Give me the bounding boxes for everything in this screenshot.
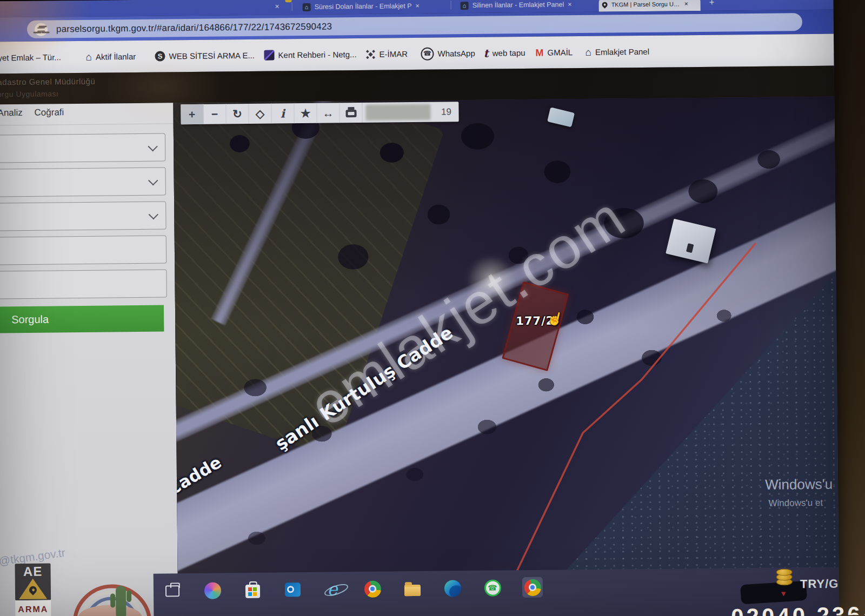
- chrome-button[interactable]: [362, 579, 383, 599]
- home-icon: ⌂: [585, 47, 591, 57]
- zoom-in-button[interactable]: +: [181, 104, 203, 124]
- chrome-icon: [524, 579, 541, 595]
- close-tab-icon[interactable]: ×: [415, 2, 419, 10]
- home-icon: ⌂: [85, 52, 92, 62]
- agency-monogram: AE: [15, 564, 51, 580]
- gold-coins-icon: [776, 568, 793, 588]
- copilot-icon: [204, 582, 221, 599]
- windows-activation-line1: Windows'u: [765, 476, 833, 493]
- edge-button[interactable]: [442, 578, 463, 598]
- outlook-button[interactable]: [282, 579, 303, 600]
- refresh-button[interactable]: ↻: [226, 104, 249, 124]
- monitor-screen: × ⌂ Süresi Dolan İlanlar - Emlakjet P × …: [0, 0, 839, 616]
- address-bar[interactable]: parselsorgu.tkgm.gov.tr/#ara/idari/16486…: [27, 13, 802, 38]
- pan-button[interactable]: ◇: [249, 104, 271, 124]
- compass-star-icon: [365, 49, 375, 59]
- tab-title: Süresi Dolan İlanlar - Emlakjet P: [315, 2, 412, 11]
- bookmark-label: Kent Rehberi - Netg...: [278, 50, 356, 59]
- photo-phone-digits: 02040 2364: [731, 602, 865, 616]
- tab-divider: [451, 1, 451, 9]
- tab-suresi-dolan[interactable]: ⌂ Süresi Dolan İlanlar - Emlakjet P ×: [299, 0, 453, 15]
- emlakjet-home-favicon: ⌂: [461, 2, 469, 10]
- print-button[interactable]: [340, 103, 362, 123]
- tab-cografi[interactable]: Coğrafi: [34, 107, 64, 118]
- bookmark-whatsapp[interactable]: ☎ WhatsApp: [421, 37, 475, 70]
- new-tab-button[interactable]: +: [706, 0, 717, 9]
- print-icon: [345, 110, 356, 117]
- tab-silinen-ilanlar[interactable]: ⌂ Silinen İlanlar - Emlakjet Panel ×: [457, 0, 600, 13]
- edge-icon: [444, 580, 461, 597]
- neighborhood-select[interactable]: [0, 201, 167, 231]
- province-select[interactable]: [0, 133, 165, 163]
- agency-name: ARMA: [15, 600, 51, 616]
- bookmark-e-imar[interactable]: E-İMAR: [365, 38, 408, 70]
- taskbar-icons: e ☎: [162, 577, 543, 601]
- query-sidebar: Analiz Coğrafi Sorgula @tkgm.gov.tr AE A…: [0, 103, 178, 616]
- whatsapp-icon: ☎: [484, 579, 501, 596]
- tab-analiz[interactable]: Analiz: [0, 108, 23, 118]
- agency-logo-mark: AE: [15, 564, 51, 601]
- chrome-active-button[interactable]: [522, 577, 543, 598]
- bookmark-web-sitesi-arma[interactable]: S WEB SİTESİ ARMA E...: [155, 39, 255, 72]
- phone-icon: ☎: [421, 47, 434, 60]
- bookmark-aktif-ilanlar[interactable]: ⌂ Aktif İlanlar: [85, 41, 136, 73]
- bookmark-kent-rehberi[interactable]: Kent Rehberi - Netg...: [264, 38, 357, 71]
- bookmark-label: WEB SİTESİ ARMA E...: [169, 51, 255, 61]
- tkgm-header-line2: Sorgu Uygulaması: [0, 89, 58, 98]
- windows-activation-line2: Windows'u et: [768, 498, 823, 509]
- parcel-input[interactable]: [0, 269, 167, 299]
- agency-logo: AE ARMA: [15, 564, 51, 616]
- bookmark-emlakjet-panel[interactable]: ⌂ Emlakjet Panel: [585, 36, 649, 68]
- site-settings-icon[interactable]: [35, 23, 48, 36]
- gmail-m-icon: M: [535, 48, 543, 57]
- file-explorer-icon: [404, 584, 421, 595]
- redacted-scale-box: [365, 104, 430, 120]
- bookmark-label: web tapu: [493, 48, 525, 58]
- tab-tkgm-active[interactable]: TKGM | Parsel Sorgu Uygulaması ×: [598, 0, 700, 12]
- chevron-down-icon: [148, 142, 157, 151]
- chrome-icon: [364, 580, 381, 597]
- bookmark-gmail[interactable]: M GMAİL: [535, 36, 573, 69]
- kent-rehberi-icon: [264, 50, 274, 60]
- block-input[interactable]: [0, 235, 167, 265]
- down-arrow-icon: ▼: [780, 589, 787, 598]
- whatsapp-button[interactable]: ☎: [482, 577, 503, 598]
- copilot-button[interactable]: [202, 580, 223, 600]
- currency-ticker[interactable]: TRY/GBP: [800, 577, 840, 591]
- favorites-button[interactable]: ★: [294, 103, 317, 123]
- close-tab-icon[interactable]: ×: [272, 1, 282, 11]
- divider: [0, 123, 174, 125]
- tab-title: Silinen İlanlar - Emlakjet Panel: [473, 1, 564, 9]
- microsoft-store-button[interactable]: [242, 580, 263, 600]
- chevron-down-icon: [148, 176, 158, 185]
- zoom-level-badge: 19: [434, 102, 458, 122]
- bookmark-label: E-İMAR: [379, 49, 408, 59]
- bookmark-web-tapu[interactable]: t web tapu: [483, 37, 525, 69]
- bookmark-label: GMAİL: [547, 48, 573, 57]
- webtapu-icon: t: [483, 48, 488, 58]
- chevron-down-icon: [149, 210, 158, 219]
- bookmark-hurriyet-emlak[interactable]: miyet Emlak – Tür...: [0, 41, 61, 73]
- redacted-tray-object: [740, 581, 807, 604]
- task-view-button[interactable]: [162, 580, 183, 601]
- district-select[interactable]: [0, 167, 166, 197]
- tab-divider: [292, 2, 292, 11]
- close-tab-icon[interactable]: ×: [684, 0, 688, 8]
- task-view-icon: [165, 585, 179, 597]
- close-tab-icon[interactable]: ×: [568, 1, 571, 8]
- globe-icon: S: [155, 51, 165, 61]
- map-pin-favicon: [601, 1, 609, 9]
- partial-tab-favicon: [285, 0, 291, 2]
- bookmark-label: Aktif İlanlar: [96, 52, 136, 62]
- query-button[interactable]: Sorgula: [0, 305, 164, 333]
- file-explorer-button[interactable]: [402, 578, 423, 599]
- internet-explorer-button[interactable]: e: [322, 579, 343, 599]
- bookmark-label: Emlakjet Panel: [595, 47, 649, 57]
- satellite-map[interactable]: 177/2 ☝ şanlı Kurtuluş Cadde Cadde emlak…: [173, 97, 839, 616]
- info-button[interactable]: i: [271, 103, 294, 123]
- url-text[interactable]: parselsorgu.tkgm.gov.tr/#ara/idari/16486…: [56, 21, 332, 35]
- emlakjet-home-favicon: ⌂: [303, 3, 311, 11]
- internet-explorer-icon: e: [327, 580, 337, 598]
- zoom-out-button[interactable]: −: [203, 104, 226, 124]
- measure-button[interactable]: ↔: [317, 103, 340, 123]
